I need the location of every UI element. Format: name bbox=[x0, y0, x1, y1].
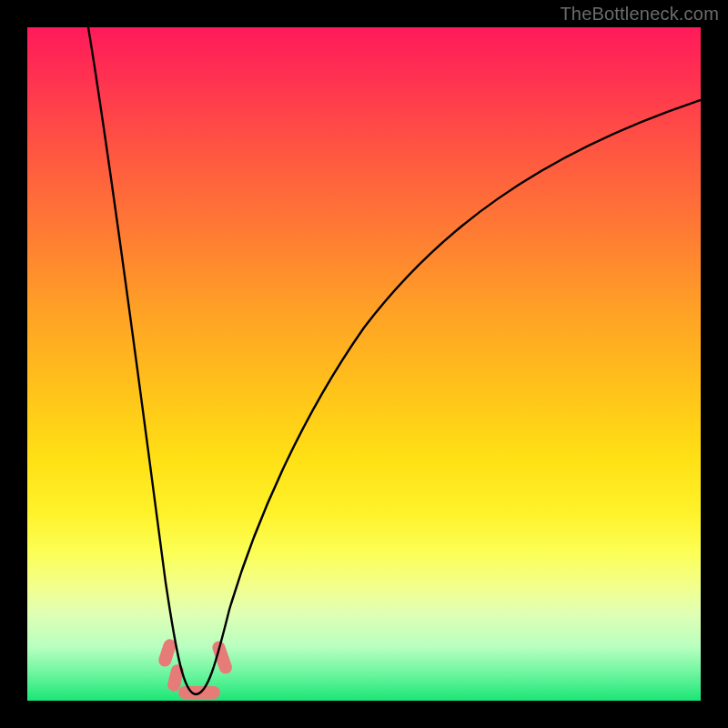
watermark-text: TheBottleneck.com bbox=[560, 4, 719, 25]
chart-plot-area bbox=[27, 27, 701, 701]
trough-markers bbox=[157, 638, 233, 699]
curve-path bbox=[88, 27, 701, 694]
bottleneck-curve bbox=[27, 27, 701, 701]
marker-right bbox=[211, 640, 234, 676]
